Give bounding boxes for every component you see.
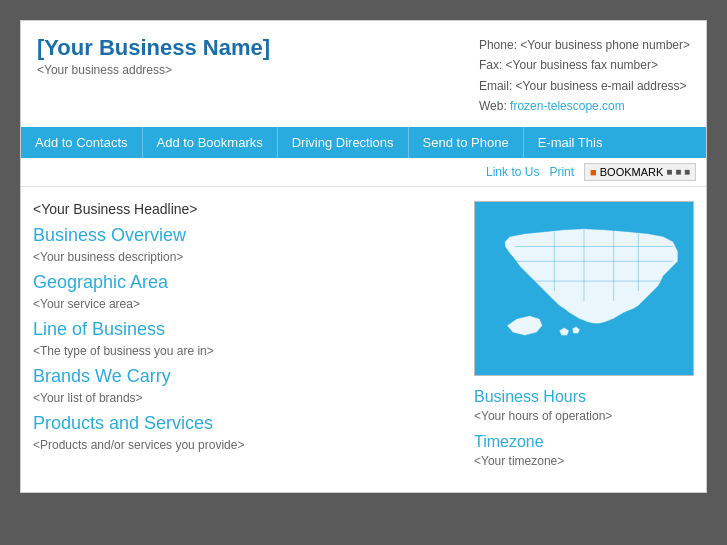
web-label: Web: frozen-telescope.com: [479, 96, 690, 116]
web-link[interactable]: frozen-telescope.com: [510, 99, 625, 113]
business-address: <Your business address>: [37, 63, 270, 77]
toolbar-contacts-btn[interactable]: Add to Contacts: [21, 127, 143, 158]
link-to-us-link[interactable]: Link to Us: [486, 165, 539, 179]
business-headline: <Your Business Headline>: [33, 201, 458, 217]
header-left: [Your Business Name] <Your business addr…: [37, 35, 270, 77]
business-name: [Your Business Name]: [37, 35, 270, 61]
section-title-products: Products and Services: [33, 413, 458, 434]
section-title-lob: Line of Business: [33, 319, 458, 340]
sub-toolbar: Link to Us Print ■ BOOKMARK ■ ■ ■: [21, 158, 706, 187]
timezone-title: Timezone: [474, 433, 694, 451]
toolbar-directions-btn[interactable]: Driving Directions: [278, 127, 409, 158]
header-right: Phone: <Your business phone number> Fax:…: [479, 35, 690, 117]
toolbar-bookmarks-btn[interactable]: Add to Bookmarks: [143, 127, 278, 158]
bookmark-button[interactable]: ■ BOOKMARK ■ ■ ■: [584, 163, 696, 181]
business-hours-desc: <Your hours of operation>: [474, 409, 694, 423]
section-desc-overview: <Your business description>: [33, 250, 458, 264]
section-desc-brands: <Your list of brands>: [33, 391, 458, 405]
toolbar: Add to Contacts Add to Bookmarks Driving…: [21, 127, 706, 158]
bookmark-label: BOOKMARK: [600, 166, 664, 178]
print-link[interactable]: Print: [549, 165, 574, 179]
phone-label: Phone: <Your business phone number>: [479, 35, 690, 55]
section-title-geo: Geographic Area: [33, 272, 458, 293]
bookmark-icon: ■: [590, 166, 597, 178]
email-label: Email: <Your business e-mail address>: [479, 76, 690, 96]
section-desc-geo: <Your service area>: [33, 297, 458, 311]
business-hours-title: Business Hours: [474, 388, 694, 406]
us-map: [474, 201, 694, 376]
section-title-overview: Business Overview: [33, 225, 458, 246]
page-wrapper: [Your Business Name] <Your business addr…: [20, 20, 707, 493]
header: [Your Business Name] <Your business addr…: [21, 21, 706, 127]
toolbar-phone-btn[interactable]: Send to Phone: [409, 127, 524, 158]
main-content: <Your Business Headline> Business Overvi…: [21, 187, 706, 492]
section-desc-products: <Products and/or services you provide>: [33, 438, 458, 452]
fax-label: Fax: <Your business fax number>: [479, 55, 690, 75]
timezone-desc: <Your timezone>: [474, 454, 694, 468]
content-right: Business Hours <Your hours of operation>…: [474, 201, 694, 478]
content-left: <Your Business Headline> Business Overvi…: [33, 201, 458, 478]
bookmark-icons-extra: ■ ■ ■: [666, 166, 690, 177]
map-svg: [475, 202, 693, 375]
toolbar-email-btn[interactable]: E-mail This: [524, 127, 617, 158]
section-title-brands: Brands We Carry: [33, 366, 458, 387]
section-desc-lob: <The type of business you are in>: [33, 344, 458, 358]
